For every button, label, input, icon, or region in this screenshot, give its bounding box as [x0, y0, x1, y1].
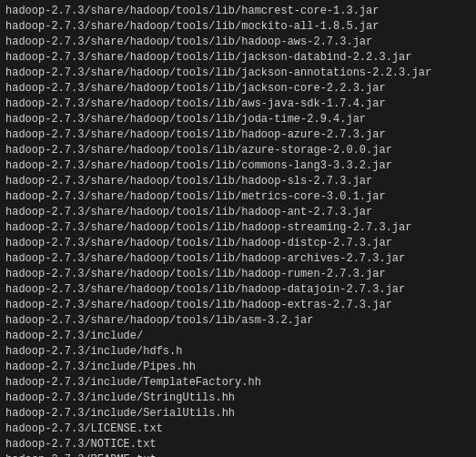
output-line: hadoop-2.7.3/share/hadoop/tools/lib/hamc… — [5, 4, 471, 19]
output-line: hadoop-2.7.3/share/hadoop/tools/lib/hado… — [5, 267, 471, 282]
output-line: hadoop-2.7.3/share/hadoop/tools/lib/jack… — [5, 81, 471, 96]
output-line: hadoop-2.7.3/share/hadoop/tools/lib/jack… — [5, 50, 471, 66]
output-line: hadoop-2.7.3/share/hadoop/tools/lib/comm… — [5, 158, 471, 174]
terminal: hadoop-2.7.3/share/hadoop/tools/lib/hamc… — [0, 0, 476, 457]
output-line: hadoop-2.7.3/share/hadoop/tools/lib/hado… — [5, 220, 471, 236]
output-line: hadoop-2.7.3/include/Pipes.hh — [5, 360, 471, 375]
output-line: hadoop-2.7.3/share/hadoop/tools/lib/hado… — [5, 127, 471, 143]
output-line: hadoop-2.7.3/share/hadoop/tools/lib/hado… — [5, 282, 471, 298]
output-line: hadoop-2.7.3/README.txt — [5, 452, 471, 457]
output-line: hadoop-2.7.3/NOTICE.txt — [5, 437, 471, 452]
output-line: hadoop-2.7.3/share/hadoop/tools/lib/aws-… — [5, 96, 471, 112]
output-line: hadoop-2.7.3/share/hadoop/tools/lib/jack… — [5, 66, 471, 81]
output-line: hadoop-2.7.3/share/hadoop/tools/lib/mock… — [5, 19, 471, 35]
output-line: hadoop-2.7.3/include/SerialUtils.hh — [5, 406, 471, 421]
output-line: hadoop-2.7.3/share/hadoop/tools/lib/hado… — [5, 174, 471, 189]
output-line: hadoop-2.7.3/share/hadoop/tools/lib/asm-… — [5, 313, 471, 329]
output-line: hadoop-2.7.3/include/hdfs.h — [5, 344, 471, 360]
output-line: hadoop-2.7.3/share/hadoop/tools/lib/hado… — [5, 298, 471, 313]
output-line: hadoop-2.7.3/share/hadoop/tools/lib/joda… — [5, 112, 471, 127]
output-line: hadoop-2.7.3/share/hadoop/tools/lib/hado… — [5, 236, 471, 251]
output-line: hadoop-2.7.3/share/hadoop/tools/lib/hado… — [5, 205, 471, 220]
output-line: hadoop-2.7.3/include/TemplateFactory.hh — [5, 375, 471, 391]
output-line: hadoop-2.7.3/share/hadoop/tools/lib/hado… — [5, 35, 471, 50]
output-line: hadoop-2.7.3/include/StringUtils.hh — [5, 391, 471, 406]
output-line: hadoop-2.7.3/share/hadoop/tools/lib/hado… — [5, 251, 471, 267]
output-line: hadoop-2.7.3/share/hadoop/tools/lib/azur… — [5, 143, 471, 158]
output-line: hadoop-2.7.3/share/hadoop/tools/lib/metr… — [5, 189, 471, 205]
output-line: hadoop-2.7.3/include/ — [5, 329, 471, 344]
output-line: hadoop-2.7.3/LICENSE.txt — [5, 421, 471, 437]
